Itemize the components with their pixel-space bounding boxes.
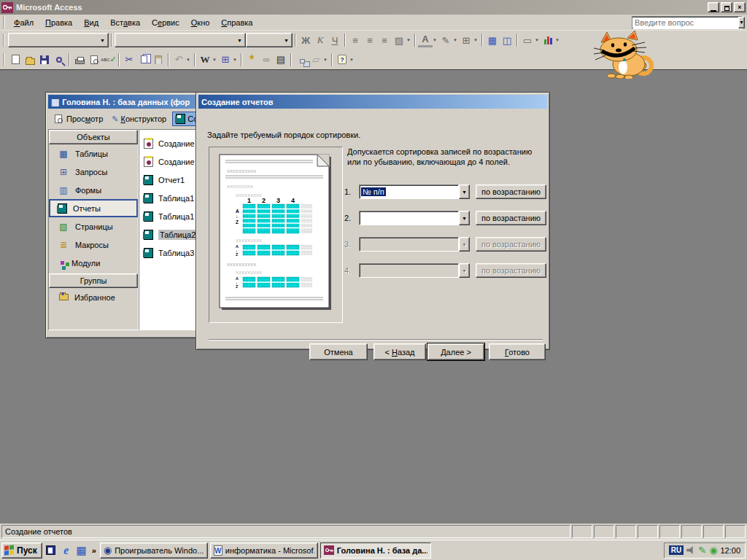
office-links-icon[interactable]: W (198, 52, 212, 67)
objects-header-button[interactable]: Объекты (49, 130, 138, 144)
task-media-player[interactable]: ◉Проигрыватель Windo... (100, 542, 208, 559)
task-word-document[interactable]: Wинформатика - Microsof... (210, 542, 318, 559)
chevron-down-icon[interactable]: ▼ (535, 38, 541, 42)
relationships-disabled-icon[interactable]: ∞ (259, 52, 274, 67)
spelling-icon[interactable]: ABC✓ (101, 52, 116, 67)
column-width-icon[interactable]: ◫ (500, 33, 514, 47)
script-wand-icon[interactable]: * (244, 52, 259, 67)
object-combobox[interactable]: ▼ (8, 33, 109, 47)
next-button[interactable]: Далее > (427, 343, 484, 360)
analyze-icon[interactable]: ⊞ (218, 52, 233, 67)
new-icon[interactable] (8, 52, 23, 67)
close-button[interactable]: × (734, 2, 746, 12)
groups-header-button[interactable]: Группы (49, 273, 138, 288)
open-icon[interactable] (23, 52, 37, 67)
chart-icon[interactable] (541, 33, 555, 47)
chevron-down-icon[interactable]: ▼ (323, 58, 329, 62)
chevron-down-icon[interactable]: ▼ (459, 184, 470, 199)
chevron-down-icon[interactable]: ▼ (555, 38, 561, 42)
font-combobox[interactable]: ▼ (115, 33, 246, 47)
db-design-button[interactable]: ✎Конструктор (109, 113, 169, 125)
sidebar-item-reports[interactable]: Отчеты (49, 199, 138, 217)
toolbar-grip[interactable] (3, 17, 5, 28)
font-color-icon[interactable]: А (418, 33, 433, 47)
finish-button[interactable]: Готово (489, 343, 546, 360)
clock[interactable]: 12:00 (720, 546, 740, 555)
sidebar-item-modules[interactable]: Модули (49, 254, 138, 272)
save-icon[interactable] (37, 52, 52, 67)
align-right-icon[interactable]: ≡ (377, 33, 392, 47)
chevron-down-icon[interactable]: ▼ (433, 38, 438, 42)
undo-icon[interactable]: ↶ (171, 52, 186, 67)
office-assistant-cat[interactable] (592, 28, 659, 80)
menu-edit[interactable]: Правка (39, 16, 78, 29)
menu-view[interactable]: Вид (78, 16, 104, 29)
menu-tools[interactable]: Сервис (146, 16, 185, 29)
properties-icon[interactable]: ▤ (274, 52, 288, 67)
sort-field-2-combobox[interactable]: ▼ (359, 211, 470, 225)
ask-question-box[interactable]: ▼ (632, 16, 743, 29)
minimize-button[interactable] (708, 2, 719, 12)
menu-help[interactable]: Справка (215, 16, 258, 29)
align-center-icon[interactable]: ≡ (363, 33, 377, 47)
toolbar-grip[interactable] (3, 34, 5, 46)
italic-icon[interactable]: К (313, 33, 328, 47)
language-indicator[interactable]: RU (669, 545, 684, 555)
chevron-down-icon[interactable]: ▼ (459, 211, 470, 225)
window-switcher-icon[interactable]: ▦ (75, 544, 88, 557)
line-color-icon[interactable]: ✎ (438, 33, 453, 47)
copy-icon[interactable] (136, 52, 151, 67)
menu-insert[interactable]: Вставка (104, 16, 146, 29)
volume-icon[interactable] (686, 546, 695, 555)
tray-app-icon[interactable]: ◉ (709, 545, 717, 556)
sidebar-item-forms[interactable]: ▥Формы (49, 181, 138, 199)
sidebar-item-queries[interactable]: ⊞Запросы (49, 163, 138, 181)
wizard-titlebar[interactable]: Создание отчетов (198, 95, 547, 109)
paste-icon[interactable] (151, 52, 166, 67)
restore-button[interactable] (721, 2, 732, 12)
chevron-down-icon[interactable]: ▼ (406, 38, 412, 42)
chevron-down-icon[interactable]: ▼ (97, 34, 108, 47)
chevron-down-icon[interactable]: ▼ (453, 38, 459, 42)
sort-order-1-button[interactable]: по возрастанию (476, 184, 546, 199)
sidebar-item-favorites[interactable]: *Избранное (49, 288, 138, 306)
sidebar-item-pages[interactable]: ▧Страницы (49, 217, 138, 236)
internet-explorer-icon[interactable]: e (60, 544, 73, 557)
help-icon[interactable]: ? (335, 52, 349, 67)
start-button[interactable]: Пуск (1, 542, 42, 559)
chevron-down-icon[interactable]: ▼ (186, 58, 192, 62)
sort-field-1-combobox[interactable]: № п/п▼ (359, 184, 470, 199)
chevron-down-icon[interactable]: ▼ (234, 34, 245, 47)
bold-icon[interactable]: Ж (298, 33, 313, 47)
menu-window[interactable]: Окно (185, 16, 216, 29)
print-preview-icon[interactable] (87, 52, 101, 67)
chevron-more-icon[interactable]: » (90, 546, 98, 555)
db-preview-button[interactable]: Просмотр (50, 112, 106, 126)
chevron-down-icon[interactable]: ▼ (233, 58, 239, 62)
chevron-down-icon[interactable]: ▼ (473, 38, 479, 42)
new-object-icon[interactable]: ▱ (309, 52, 323, 67)
datasheet-icon[interactable]: ▦ (485, 33, 500, 47)
underline-icon[interactable]: Ч (328, 33, 342, 47)
cancel-button[interactable]: Отмена (309, 343, 368, 360)
sidebar-item-macros[interactable]: ≣Макросы (49, 236, 138, 254)
search-icon[interactable] (52, 52, 66, 67)
chevron-down-icon[interactable]: ▼ (738, 17, 745, 28)
ask-question-input[interactable] (632, 18, 738, 28)
toolbar-grip[interactable] (3, 54, 5, 66)
print-icon[interactable] (72, 52, 87, 67)
sort-order-2-button[interactable]: по возрастанию (476, 211, 546, 225)
font-size-combobox[interactable]: ▼ (246, 33, 293, 47)
borders-icon[interactable]: ⊞ (459, 33, 473, 47)
back-button[interactable]: < Назад (374, 343, 426, 360)
chevron-down-icon[interactable]: ▼ (212, 58, 218, 62)
align-left-icon[interactable]: ≡ (348, 33, 363, 47)
cut-icon[interactable]: ✂ (122, 52, 136, 67)
chevron-down-icon[interactable]: ▼ (349, 58, 355, 62)
special-effect-icon[interactable]: ▭ (520, 33, 535, 47)
chevron-down-icon[interactable]: ▼ (281, 34, 292, 47)
menu-file[interactable]: Файл (8, 16, 39, 29)
fill-color-icon[interactable]: ▨ (392, 33, 406, 47)
show-desktop-icon[interactable] (44, 544, 58, 557)
sidebar-item-tables[interactable]: ▦Таблицы (49, 144, 138, 163)
